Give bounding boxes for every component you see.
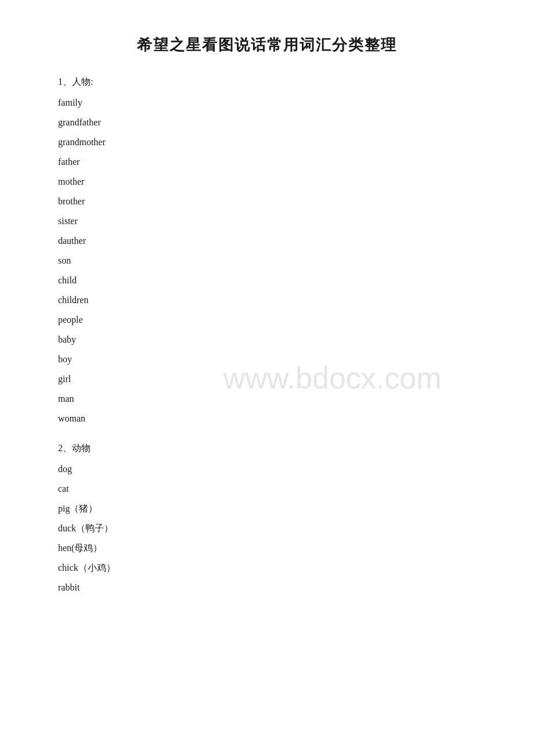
word-item: dauther xyxy=(58,231,476,251)
word-item: dog xyxy=(58,459,476,479)
word-item: sister xyxy=(58,211,476,231)
word-item: family xyxy=(58,93,476,113)
word-item: rabbit xyxy=(58,578,476,597)
content-sections: 1、人物:familygrandfathergrandmotherfatherm… xyxy=(58,76,476,597)
word-item: mother xyxy=(58,172,476,192)
word-item: hen(母鸡） xyxy=(58,538,476,558)
word-item: father xyxy=(58,152,476,172)
word-item: boy xyxy=(58,350,476,369)
word-item: man xyxy=(58,389,476,409)
word-item: people xyxy=(58,310,476,330)
section-header-2: 2、动物 xyxy=(58,442,476,455)
word-item: woman xyxy=(58,409,476,429)
word-item: cat xyxy=(58,479,476,499)
word-item: duck（鸭子） xyxy=(58,519,476,538)
word-item: chick（小鸡） xyxy=(58,558,476,578)
word-item: girl xyxy=(58,369,476,389)
word-item: pig（猪） xyxy=(58,499,476,519)
word-item: child xyxy=(58,271,476,290)
page-title: 希望之星看图说话常用词汇分类整理 xyxy=(58,35,476,55)
word-item: grandmother xyxy=(58,132,476,152)
word-item: brother xyxy=(58,192,476,211)
word-item: grandfather xyxy=(58,113,476,132)
word-item: son xyxy=(58,251,476,271)
section-header-1: 1、人物: xyxy=(58,76,476,88)
section-2: 2、动物dogcatpig（猪）duck（鸭子）hen(母鸡）chick（小鸡）… xyxy=(58,442,476,597)
section-1: 1、人物:familygrandfathergrandmotherfatherm… xyxy=(58,76,476,429)
word-item: children xyxy=(58,290,476,310)
word-item: baby xyxy=(58,330,476,350)
